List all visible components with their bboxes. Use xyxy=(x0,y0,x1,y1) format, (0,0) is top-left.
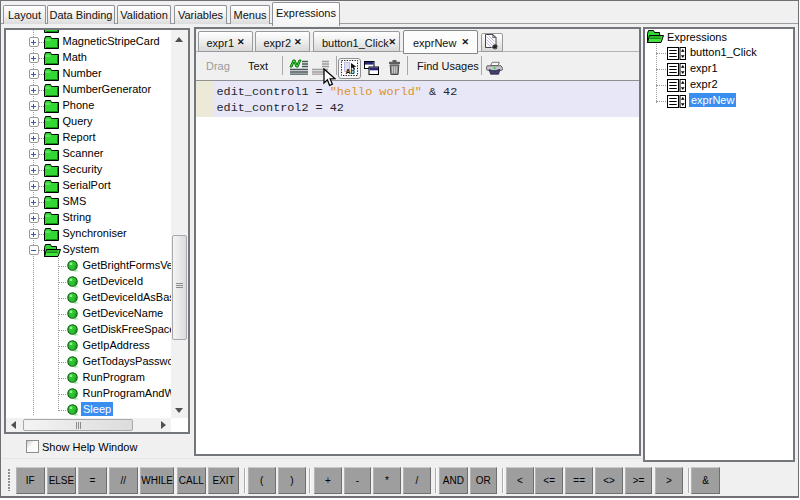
svg-text:Ab: Ab xyxy=(346,68,355,75)
